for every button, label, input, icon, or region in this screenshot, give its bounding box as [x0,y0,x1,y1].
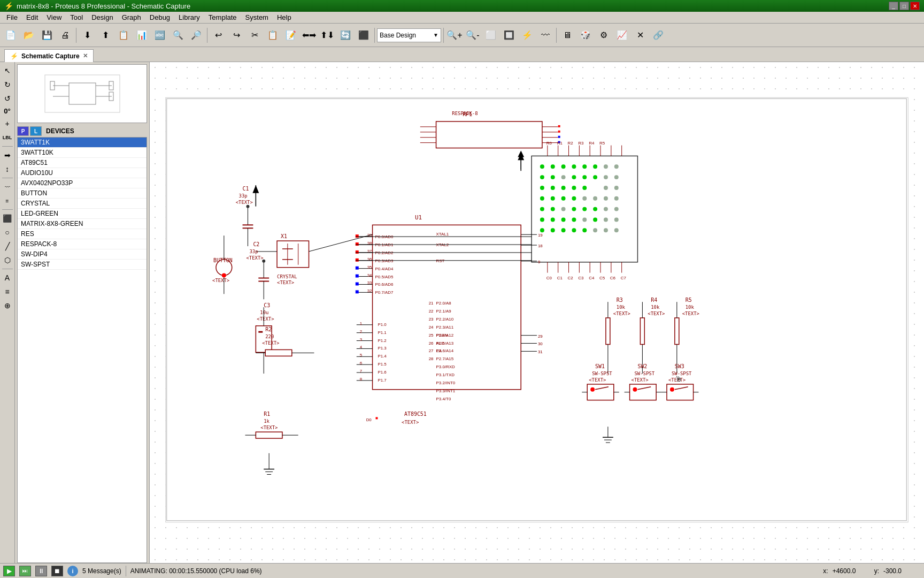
device-item-at89c51[interactable]: AT89C51 [18,158,147,168]
mirror-v-button[interactable]: ⬆⬇ [319,27,336,44]
simulation-button[interactable]: ⚙ [595,27,612,44]
menu-file[interactable]: File [2,12,22,22]
device-item-button[interactable]: BUTTON [18,188,147,199]
device-list[interactable]: 3WATT1K3WATT10KAT89C51AUDIO10UAVX0402NPO… [17,137,147,563]
annotate-button[interactable]: 🔤 [151,27,168,44]
menu-help[interactable]: Help [273,12,296,22]
device-item-avx0402npo33p[interactable]: AVX0402NPO33P [18,178,147,188]
delete-button[interactable]: ✕ [632,27,649,44]
message-count[interactable]: 5 Message(s) [82,567,121,575]
wire-tool[interactable]: 〰 [1,180,14,193]
device-item-matrix-8x8-green[interactable]: MATRIX-8X8-GREEN [18,219,147,229]
pick-from-libraries-button[interactable]: P [17,126,29,136]
3d-viewer-button[interactable]: 🎲 [577,27,594,44]
svg-text:23: 23 [429,317,434,322]
import-button[interactable]: ⬇ [79,27,96,44]
search-button[interactable]: 🔍 [170,27,187,44]
rotate-cw-tool[interactable]: ↻ [1,78,14,91]
zoom-fit-button[interactable]: ⬜ [482,27,499,44]
device-item-3watt1k[interactable]: 3WATT1K [18,138,147,148]
device-item-sw-dip4[interactable]: SW-DIP4 [18,249,147,260]
bus-tool[interactable]: ≡ [1,194,14,207]
play-button[interactable]: ▶ [3,566,15,576]
pcb-layout-button[interactable]: 🖥 [559,27,576,44]
device-item-audio10u[interactable]: AUDIO10U [18,168,147,178]
circle-tool[interactable]: ○ [1,226,14,239]
device-item-sw-spst[interactable]: SW-SPST [18,260,147,270]
window-controls[interactable]: _ □ ✕ [889,2,920,10]
step-button[interactable]: ⏭ [19,566,31,576]
component-tool[interactable]: + [1,117,14,130]
zoom-button[interactable]: 🔎 [188,27,205,44]
updown-tool[interactable]: ↕ [1,163,14,176]
device-item-3watt10k[interactable]: 3WATT10K [18,148,147,158]
svg-point-50 [593,207,597,211]
marker-tool[interactable]: ≡ [1,285,14,298]
terminal-tool[interactable]: ⊕ [1,299,14,312]
label-tool[interactable]: LBL [1,131,14,144]
svg-point-33 [551,175,555,179]
svg-text:1k: 1k [264,419,270,424]
select-tool[interactable]: ↖ [1,64,14,77]
rotate-button[interactable]: 🔄 [337,27,354,44]
pick-from-list-button[interactable]: L [30,126,42,136]
schematic-canvas[interactable]: RP1 RESPACK-8 [150,62,924,563]
arrow-right-tool[interactable]: ➡ [1,149,14,162]
menu-library[interactable]: Library [174,12,204,22]
export-button[interactable]: ⬆ [97,27,114,44]
device-item-crystal[interactable]: CRYSTAL [18,199,147,209]
mirror-h-button[interactable]: ⬅➡ [301,27,318,44]
close-button[interactable]: ✕ [910,2,920,10]
zoom-area-button[interactable]: 🔲 [500,27,518,44]
menu-template[interactable]: Template [204,12,241,22]
graph-button[interactable]: 📈 [613,27,630,44]
text-tool[interactable]: A [1,271,14,284]
maximize-button[interactable]: □ [899,2,909,10]
undo-button[interactable]: ↩ [210,27,227,44]
svg-text:C2: C2 [253,241,259,247]
menu-design[interactable]: Design [87,12,117,22]
group-button[interactable]: ⬛ [355,27,372,44]
menu-view[interactable]: View [42,12,66,22]
paste-button[interactable]: 📝 [282,27,299,44]
print-button[interactable]: 🖨 [57,27,74,44]
line-tool[interactable]: ╱ [1,240,14,253]
rectangle-tool[interactable]: ⬛ [1,212,14,225]
toolbar: 📄 📂 💾 🖨 ⬇ ⬆ 📋 📊 🔤 🔍 🔎 ↩ ↪ ✂ 📋 📝 ⬅➡ ⬆⬇ 🔄 … [0,24,924,47]
minimize-button[interactable]: _ [889,2,898,10]
open-button[interactable]: 📂 [20,27,37,44]
tab-close-button[interactable]: ✕ [83,52,88,59]
rotate-ccw-tool[interactable]: ↺ [1,92,14,105]
save-button[interactable]: 💾 [38,27,56,44]
bom-button[interactable]: 📊 [133,27,150,44]
menu-system[interactable]: System [241,12,273,22]
zoom-in-button[interactable]: 🔍+ [446,27,463,44]
zoom-out-button[interactable]: 🔍- [464,27,481,44]
menu-tool[interactable]: Tool [66,12,87,22]
device-item-respack-8[interactable]: RESPACK-8 [18,239,147,249]
menu-graph[interactable]: Graph [118,12,145,22]
cut-button[interactable]: ✂ [246,27,263,44]
title-bar-text: matrix-8x8 - Proteus 8 Professional - Sc… [17,2,190,10]
svg-text:2: 2 [360,329,362,334]
svg-text:10k: 10k [651,305,660,310]
stop-button[interactable]: ⏹ [51,566,63,576]
device-item-res[interactable]: RES [18,229,147,239]
netlist-button[interactable]: 📋 [115,27,132,44]
design-dropdown[interactable]: Base Design ▼ [377,28,441,42]
place-power-button[interactable]: ⚡ [519,27,536,44]
device-item-led-green[interactable]: LED-GREEN [18,209,147,219]
goto-button[interactable]: 🔗 [650,27,667,44]
svg-text:C6: C6 [610,276,616,280]
menu-edit[interactable]: Edit [22,12,42,22]
redo-button[interactable]: ↪ [228,27,245,44]
polygon-tool[interactable]: ⬡ [1,254,14,267]
place-wire-button[interactable]: 〰 [537,27,554,44]
pause-button[interactable]: ⏸ [35,566,47,576]
menu-debug[interactable]: Debug [145,12,174,22]
schematic-capture-tab[interactable]: ⚡ Schematic Capture ✕ [4,49,94,62]
copy-button[interactable]: 📋 [264,27,281,44]
svg-text:28: 28 [429,356,434,361]
canvas-area[interactable]: RP1 RESPACK-8 [150,62,924,563]
new-button[interactable]: 📄 [2,27,19,44]
